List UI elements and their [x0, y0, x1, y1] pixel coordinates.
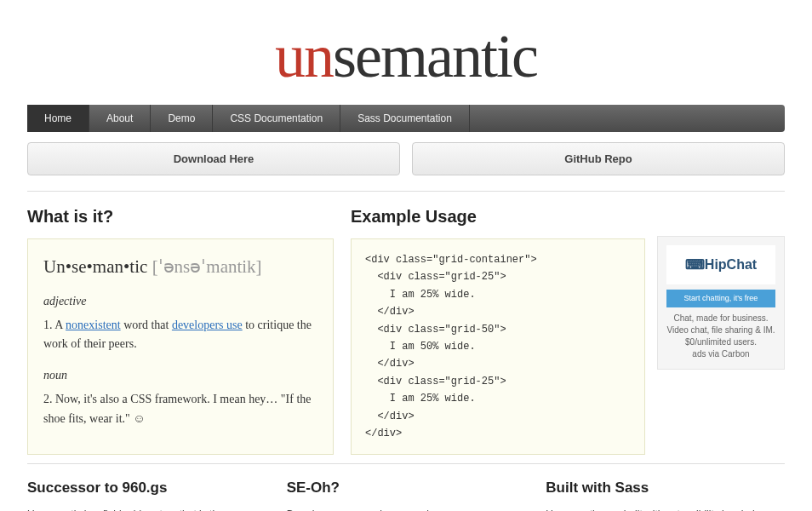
col-successor: Successor to 960.gs Unsemantic is a flui…	[27, 479, 266, 511]
example-heading: Example Usage	[351, 207, 645, 227]
col-sass: Built with Sass Unsemantic was built wit…	[546, 479, 785, 511]
nav-demo[interactable]: Demo	[151, 105, 213, 132]
nav-css-doc[interactable]: CSS Documentation	[213, 105, 340, 132]
link-nonexistent[interactable]: nonexistent	[66, 319, 121, 331]
col-seoh: SE-Oh? By using push-x and pull-x classe…	[287, 479, 526, 511]
ad-box[interactable]: ⌨HipChat Start chatting, it's free Chat,…	[657, 236, 785, 370]
ad-logo: ⌨HipChat	[666, 245, 775, 284]
sass-heading: Built with Sass	[546, 479, 785, 497]
hipchat-logo: ⌨HipChat	[685, 257, 757, 272]
ad-body: Chat, made for business. Video chat, fil…	[666, 313, 775, 348]
def-pron: [ˈənsəˈmantik]	[152, 256, 262, 277]
def-word: Un•se•man•tic	[43, 256, 147, 277]
def-pos-adj: adjective	[43, 292, 317, 311]
main-nav: Home About Demo CSS Documentation Sass D…	[27, 105, 785, 132]
ad-via: ads via Carbon	[666, 348, 775, 360]
download-button[interactable]: Download Here	[27, 142, 400, 175]
def-entry-1: 1. A nonexistent word that developers us…	[43, 316, 317, 354]
github-button[interactable]: GitHub Repo	[412, 142, 785, 175]
code-example: <div class="grid-container"> <div class=…	[351, 238, 645, 455]
divider	[27, 191, 785, 192]
whatisit-heading: What is it?	[27, 207, 334, 227]
divider	[27, 463, 785, 464]
successor-heading: Successor to 960.gs	[27, 479, 266, 497]
logo-un: un	[275, 22, 333, 90]
nav-home[interactable]: Home	[27, 105, 89, 132]
link-developers[interactable]: developers use	[172, 319, 243, 331]
logo-rest: semantic	[333, 22, 537, 90]
logo: unsemantic	[27, 0, 785, 105]
definition-box: Un•se•man•tic [ˈənsəˈmantik] adjective 1…	[27, 238, 334, 455]
nav-sass-doc[interactable]: Sass Documentation	[340, 105, 470, 132]
def-pos-noun: noun	[43, 366, 317, 385]
seoh-heading: SE-Oh?	[287, 479, 526, 497]
nav-about[interactable]: About	[89, 105, 151, 132]
ad-cta[interactable]: Start chatting, it's free	[666, 290, 775, 307]
def-entry-2: 2. Now, it's also a CSS framework. I mea…	[43, 390, 317, 428]
